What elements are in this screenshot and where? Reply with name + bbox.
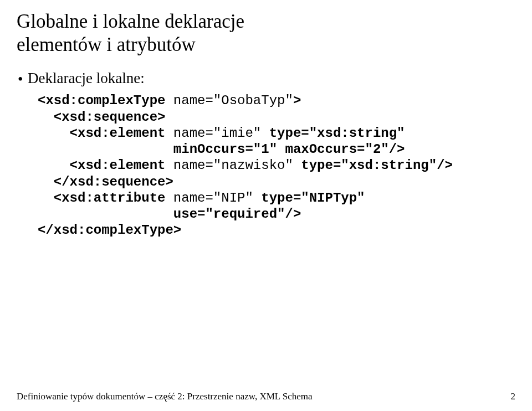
slide-title: Globalne i lokalne deklaracje elementów … [17,10,515,56]
code-l7c: type="NIPTyp" [253,191,365,206]
code-l3a: <xsd:element [38,126,173,141]
code-l5c: type="xsd:string"/> [293,158,453,173]
code-block: <xsd:complexType name="OsobaTyp"> <xsd:s… [17,93,515,238]
code-l1a: <xsd:complexType [38,93,173,108]
code-l7a: <xsd:attribute [38,191,173,206]
code-l6: </xsd:sequence> [38,174,173,189]
code-l3b: name="imie" [173,126,261,141]
title-line-2: elementów i atrybutów [17,34,196,55]
code-l5a: <xsd:element [38,158,173,173]
bullet-dot-icon: • [18,70,28,89]
code-l1b: name="OsobaTyp" [173,93,293,108]
code-l2: <xsd:sequence> [38,110,165,125]
code-l5b: name="nazwisko" [173,158,293,173]
code-l3c: type="xsd:string" [261,126,405,141]
code-l4: minOccurs="1" maxOccurs="2"/> [38,142,405,157]
code-l7b: name="NIP" [173,191,253,206]
code-l9: </xsd:complexType> [38,223,181,238]
page-number: 2 [511,391,516,402]
code-l8: use="required"/> [38,207,301,222]
footer-text: Definiowanie typów dokumentów – część 2:… [17,391,313,402]
bullet-label: Deklaracje lokalne: [28,70,145,86]
bullet-item: •Deklaracje lokalne: [17,69,515,89]
title-line-1: Globalne i lokalne deklaracje [17,11,244,32]
code-l1c: > [293,93,301,108]
footer: Definiowanie typów dokumentów – część 2:… [17,391,515,402]
